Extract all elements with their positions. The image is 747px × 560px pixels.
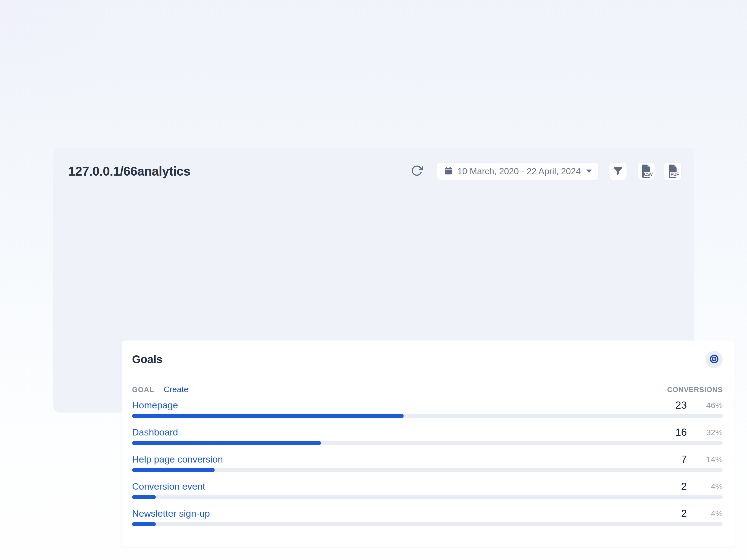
goal-conversions-percent: 4% <box>687 482 723 491</box>
date-range-value: 10 March, 2020 - 22 April, 2024 <box>458 166 581 177</box>
goal-progress-track <box>132 414 723 418</box>
filter-button[interactable] <box>610 163 626 180</box>
goal-progress-fill <box>132 495 156 499</box>
file-pdf-icon: PDF <box>667 164 679 178</box>
goal-row: Conversion event 2 4% <box>132 478 723 505</box>
refresh-button[interactable] <box>411 165 423 178</box>
refresh-icon <box>411 165 423 178</box>
toolbar: 10 March, 2020 - 22 April, 2024 <box>411 163 681 180</box>
goal-link[interactable]: Homepage <box>132 400 178 410</box>
goal-progress-track <box>132 522 723 526</box>
goal-row: Homepage 23 46% <box>132 397 723 424</box>
goal-conversions-percent: 32% <box>687 428 723 437</box>
column-goal: GOAL <box>132 385 154 394</box>
goal-conversions-count: 16 <box>654 427 687 438</box>
file-csv-icon: CSV <box>640 164 652 178</box>
goal-link[interactable]: Help page conversion <box>132 454 223 465</box>
goal-conversions-count: 7 <box>654 454 687 465</box>
goal-progress-track <box>132 495 723 499</box>
csv-label: CSV <box>644 172 653 177</box>
goal-progress-track <box>132 468 723 472</box>
goals-columns-header: GOAL Create CONVERSIONS <box>132 385 723 394</box>
goal-row: Dashboard 16 32% <box>132 424 723 451</box>
pdf-label: PDF <box>670 172 679 177</box>
goal-conversions-percent: 14% <box>687 455 723 464</box>
goal-conversions-count: 23 <box>654 400 687 411</box>
site-title: 127.0.0.1/66analytics <box>68 164 190 179</box>
chevron-down-icon <box>586 169 592 173</box>
export-csv-button[interactable]: CSV <box>638 163 655 180</box>
target-icon <box>709 354 719 365</box>
column-conversions: CONVERSIONS <box>667 385 723 394</box>
funnel-icon <box>613 166 623 177</box>
analytics-panel: 127.0.0.1/66analytics <box>53 148 694 412</box>
goals-rows: Homepage 23 46% Dashboard 16 32% <box>132 397 723 532</box>
goals-card-title: Goals <box>132 353 162 366</box>
goal-link[interactable]: Conversion event <box>132 481 205 492</box>
goal-progress-track <box>132 441 723 445</box>
goal-conversions-count: 2 <box>654 481 687 492</box>
goal-conversions-percent: 46% <box>687 401 723 410</box>
panel-header: 127.0.0.1/66analytics <box>68 162 681 180</box>
create-goal-link[interactable]: Create <box>163 385 188 394</box>
goal-link[interactable]: Dashboard <box>132 427 178 438</box>
goal-link[interactable]: Newsletter sign-up <box>132 508 210 519</box>
calendar-icon <box>444 166 453 177</box>
screenshot-stage: 127.0.0.1/66analytics <box>0 0 747 560</box>
goal-conversions-percent: 4% <box>687 509 723 518</box>
goal-row: Newsletter sign-up 2 4% <box>132 505 723 532</box>
goal-progress-fill <box>132 468 215 472</box>
export-pdf-button[interactable]: PDF <box>664 163 681 180</box>
goal-progress-fill <box>132 414 404 418</box>
goal-progress-fill <box>132 522 156 526</box>
goals-card: Goals GOAL Create CONVERSIONS <box>122 341 735 547</box>
goals-widget-button[interactable] <box>705 351 723 368</box>
goal-conversions-count: 2 <box>654 508 687 519</box>
goal-row: Help page conversion 7 14% <box>132 451 723 478</box>
date-range-picker[interactable]: 10 March, 2020 - 22 April, 2024 <box>437 163 599 180</box>
goal-progress-fill <box>132 441 321 445</box>
